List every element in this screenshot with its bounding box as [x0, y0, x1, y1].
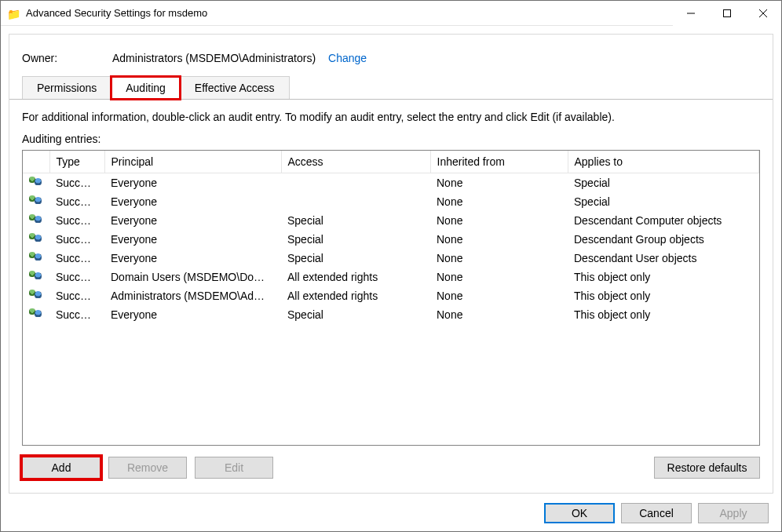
auditing-entries-table-wrap: Type Principal Access Inherited from App… [22, 150, 760, 446]
apply-button[interactable]: Apply [698, 503, 769, 523]
table-row[interactable]: Succ…EveryoneNoneSpecial [23, 192, 759, 211]
cell-applies: Special [568, 192, 759, 211]
cell-type: Succ… [49, 173, 104, 192]
column-applies-header[interactable]: Applies to [568, 151, 759, 173]
cell-principal: Everyone [104, 192, 281, 211]
cell-applies: Descendant User objects [568, 249, 759, 268]
close-icon [759, 9, 767, 17]
window-controls [673, 1, 781, 26]
cell-principal: Everyone [104, 211, 281, 230]
row-icon-cell [23, 268, 49, 286]
close-button[interactable] [745, 1, 781, 26]
dialog-footer: OK Cancel Apply [9, 494, 773, 523]
cell-access [281, 173, 430, 192]
window-title: Advanced Security Settings for msdemo [26, 7, 207, 19]
maximize-icon [723, 9, 731, 17]
cell-type: Succ… [49, 286, 104, 305]
users-icon [29, 195, 43, 206]
row-icon-cell [23, 173, 49, 192]
row-icon-cell [23, 249, 49, 268]
users-icon [29, 270, 43, 281]
svg-rect-1 [724, 9, 731, 16]
users-icon [29, 176, 43, 187]
cell-type: Succ… [49, 230, 104, 249]
users-icon [29, 232, 43, 243]
column-type-header[interactable]: Type [49, 151, 104, 173]
cell-access: Special [281, 230, 430, 249]
cell-inherited: None [430, 173, 568, 192]
cell-principal: Administrators (MSDEMO\Ad… [104, 286, 281, 305]
cell-type: Succ… [49, 192, 104, 211]
row-icon-cell [23, 305, 49, 324]
users-icon [29, 213, 43, 224]
restore-defaults-button[interactable]: Restore defaults [654, 457, 760, 479]
owner-value: Administrators (MSDEMO\Administrators) [112, 52, 316, 64]
cell-principal: Everyone [104, 305, 281, 324]
cell-inherited: None [430, 249, 568, 268]
table-row[interactable]: Succ…EveryoneSpecialNoneThis object only [23, 305, 759, 324]
cell-access: Special [281, 249, 430, 268]
cell-inherited: None [430, 192, 568, 211]
minimize-icon [687, 9, 695, 17]
cell-access: All extended rights [281, 268, 430, 286]
column-access-header[interactable]: Access [281, 151, 430, 173]
cell-principal: Everyone [104, 230, 281, 249]
tab-effective-access[interactable]: Effective Access [180, 76, 290, 99]
users-icon [29, 251, 43, 262]
add-button[interactable]: Add [22, 457, 100, 479]
cell-access [281, 192, 430, 211]
titlebar: Advanced Security Settings for msdemo [1, 1, 781, 26]
cell-type: Succ… [49, 268, 104, 286]
change-owner-link[interactable]: Change [328, 52, 367, 64]
cell-inherited: None [430, 211, 568, 230]
cell-applies: Descendant Computer objects [568, 211, 759, 230]
minimize-button[interactable] [673, 1, 709, 26]
table-row[interactable]: Succ…Administrators (MSDEMO\Ad…All exten… [23, 286, 759, 305]
row-icon-cell [23, 286, 49, 305]
table-buttons-row: Add Remove Edit Restore defaults [9, 446, 773, 493]
table-row[interactable]: Succ…EveryoneNoneSpecial [23, 173, 759, 192]
remove-button[interactable]: Remove [108, 457, 187, 479]
cell-access: All extended rights [281, 286, 430, 305]
maximize-button[interactable] [709, 1, 745, 26]
cell-applies: This object only [568, 305, 759, 324]
tabs-row: Permissions Auditing Effective Access [9, 75, 773, 100]
cell-inherited: None [430, 230, 568, 249]
row-icon-cell [23, 211, 49, 230]
table-header-row: Type Principal Access Inherited from App… [23, 151, 759, 173]
cell-applies: This object only [568, 268, 759, 286]
users-icon [29, 308, 43, 319]
cell-access: Special [281, 211, 430, 230]
table-row[interactable]: Succ…EveryoneSpecialNoneDescendant Compu… [23, 211, 759, 230]
cancel-button[interactable]: Cancel [621, 503, 692, 523]
cell-access: Special [281, 305, 430, 324]
cell-inherited: None [430, 286, 568, 305]
cell-inherited: None [430, 268, 568, 286]
cell-inherited: None [430, 305, 568, 324]
table-row[interactable]: Succ…EveryoneSpecialNoneDescendant Group… [23, 230, 759, 249]
ok-button[interactable]: OK [544, 503, 615, 523]
folder-icon [7, 7, 20, 20]
cell-principal: Everyone [104, 173, 281, 192]
entries-label: Auditing entries: [9, 129, 773, 150]
content-outer: Owner: Administrators (MSDEMO\Administra… [1, 26, 781, 531]
column-icon-header[interactable] [23, 151, 49, 173]
tab-permissions[interactable]: Permissions [22, 76, 111, 99]
cell-type: Succ… [49, 249, 104, 268]
edit-button[interactable]: Edit [195, 457, 273, 479]
cell-applies: Special [568, 173, 759, 192]
cell-principal: Domain Users (MSDEMO\Do… [104, 268, 281, 286]
column-inherited-header[interactable]: Inherited from [430, 151, 568, 173]
info-text: For additional information, double-click… [9, 100, 773, 129]
auditing-entries-table: Type Principal Access Inherited from App… [23, 151, 759, 324]
table-row[interactable]: Succ…Domain Users (MSDEMO\Do…All extende… [23, 268, 759, 286]
column-principal-header[interactable]: Principal [104, 151, 281, 173]
cell-type: Succ… [49, 305, 104, 324]
tab-auditing[interactable]: Auditing [111, 76, 181, 100]
content-panel: Owner: Administrators (MSDEMO\Administra… [9, 34, 773, 494]
row-icon-cell [23, 192, 49, 211]
cell-applies: This object only [568, 286, 759, 305]
owner-label: Owner: [22, 52, 112, 64]
cell-applies: Descendant Group objects [568, 230, 759, 249]
table-row[interactable]: Succ…EveryoneSpecialNoneDescendant User … [23, 249, 759, 268]
